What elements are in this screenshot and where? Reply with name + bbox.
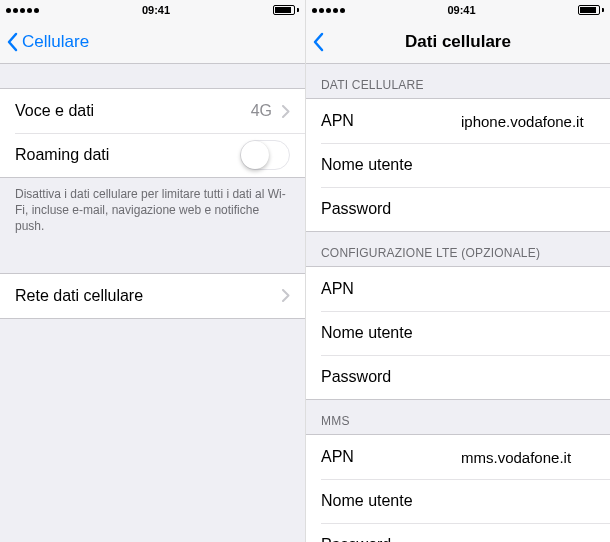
status-bar: 09:41 — [0, 0, 305, 20]
chevron-right-icon — [282, 105, 290, 118]
row-username[interactable]: Nome utente — [306, 311, 610, 355]
field-label: Nome utente — [321, 492, 421, 510]
row-apn[interactable]: APN mms.vodafone.it — [306, 435, 610, 479]
roaming-toggle[interactable] — [240, 140, 290, 170]
group-data-cellulare: APN iphone.vodafone.it Nome utente Passw… — [306, 98, 610, 232]
field-label: Password — [321, 200, 421, 218]
chevron-left-icon — [312, 32, 324, 52]
row-apn[interactable]: APN — [306, 267, 610, 311]
row-roaming: Roaming dati — [0, 133, 305, 177]
nav-title: Dati cellulare — [306, 32, 610, 52]
signal-icon — [312, 8, 345, 13]
field-label: APN — [321, 112, 421, 130]
row-label: Voce e dati — [15, 102, 94, 120]
signal-icon — [6, 8, 39, 13]
group-options: Voce e dati 4G Roaming dati — [0, 88, 305, 178]
row-label: Roaming dati — [15, 146, 109, 164]
row-password[interactable]: Password — [306, 187, 610, 231]
phone-right: 09:41 Dati cellulare DATI CELLULARE APN … — [305, 0, 610, 542]
status-time: 09:41 — [142, 4, 170, 16]
section-header-lte: CONFIGURAZIONE LTE (OPZIONALE) — [306, 232, 610, 266]
back-button[interactable] — [312, 32, 328, 52]
row-password[interactable]: Password — [306, 355, 610, 399]
nav-bar: Cellulare — [0, 20, 305, 64]
back-button[interactable]: Cellulare — [6, 32, 89, 52]
battery-icon — [578, 5, 604, 15]
content-area: DATI CELLULARE APN iphone.vodafone.it No… — [306, 64, 610, 542]
chevron-left-icon — [6, 32, 18, 52]
group-network: Rete dati cellulare — [0, 273, 305, 319]
row-username[interactable]: Nome utente — [306, 143, 610, 187]
chevron-right-icon — [282, 289, 290, 302]
row-password[interactable]: Password — [306, 523, 610, 542]
status-time: 09:41 — [447, 4, 475, 16]
row-username[interactable]: Nome utente — [306, 479, 610, 523]
row-apn[interactable]: APN iphone.vodafone.it — [306, 99, 610, 143]
content-area: Voce e dati 4G Roaming dati Disattiva i … — [0, 64, 305, 542]
field-label: Password — [321, 368, 421, 386]
field-label: Nome utente — [321, 156, 421, 174]
field-label: APN — [321, 280, 421, 298]
footer-note: Disattiva i dati cellulare per limitare … — [0, 178, 305, 249]
row-value: 4G — [251, 102, 272, 120]
field-label: Password — [321, 536, 421, 542]
battery-icon — [273, 5, 299, 15]
group-lte: APN Nome utente Password — [306, 266, 610, 400]
row-network-data[interactable]: Rete dati cellulare — [0, 274, 305, 318]
section-header-mms: MMS — [306, 400, 610, 434]
field-value[interactable]: mms.vodafone.it — [421, 449, 595, 466]
field-value[interactable]: iphone.vodafone.it — [421, 113, 595, 130]
nav-bar: Dati cellulare — [306, 20, 610, 64]
row-label: Rete dati cellulare — [15, 287, 143, 305]
status-bar: 09:41 — [306, 0, 610, 20]
group-mms: APN mms.vodafone.it Nome utente Password — [306, 434, 610, 542]
row-voice-data[interactable]: Voce e dati 4G — [0, 89, 305, 133]
section-header-data: DATI CELLULARE — [306, 64, 610, 98]
field-label: APN — [321, 448, 421, 466]
back-label: Cellulare — [22, 32, 89, 52]
phone-left: 09:41 Cellulare Voce e dati 4G Roaming d… — [0, 0, 305, 542]
field-label: Nome utente — [321, 324, 421, 342]
